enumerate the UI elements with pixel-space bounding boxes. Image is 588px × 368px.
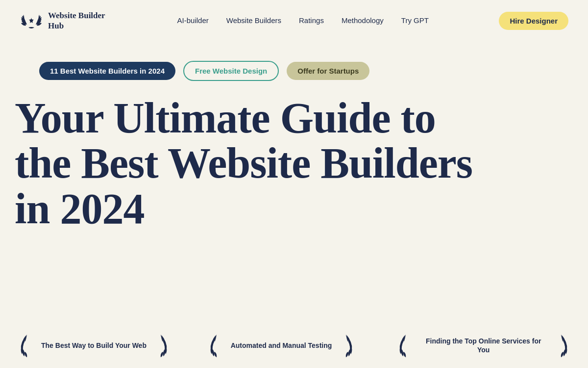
badges-row: The Best Way to Build Your Web Automated… — [0, 328, 588, 368]
nav-ratings[interactable]: Ratings — [299, 16, 324, 25]
hero-line3: in 2024 — [15, 186, 573, 232]
nav-try-gpt[interactable]: Try GPT — [401, 16, 429, 25]
badge-2-text: Automated and Manual Testing — [231, 341, 332, 350]
nav-ai-builder[interactable]: AI-builder — [177, 16, 209, 25]
laurel-right-3 — [552, 333, 570, 358]
logo-icon — [20, 9, 43, 32]
nav-links: AI-builder Website Builders Ratings Meth… — [177, 16, 429, 25]
hero-line1: Your Ultimate Guide to — [15, 96, 573, 141]
nav-website-builders[interactable]: Website Builders — [226, 16, 281, 25]
badge-3-text: Finding the Top Online Services for You — [420, 337, 547, 354]
pill-row: 11 Best Website Builders in 2024 Free We… — [0, 41, 588, 81]
laurel-left-1 — [18, 333, 36, 358]
badge-1-text: The Best Way to Build Your Web — [41, 341, 147, 350]
hero-line2: the Best Website Builders — [15, 141, 573, 186]
pill-startups[interactable]: Offer for Startups — [287, 62, 369, 80]
badge-3: Finding the Top Online Services for You — [389, 328, 578, 363]
hire-designer-button[interactable]: Hire Designer — [499, 12, 568, 30]
laurel-left-3 — [396, 333, 415, 358]
badge-2: Automated and Manual Testing — [199, 328, 389, 363]
laurel-right-1 — [151, 333, 170, 358]
hero-heading: Your Ultimate Guide to the Best Website … — [0, 81, 588, 232]
laurel-left-2 — [207, 333, 226, 358]
nav-methodology[interactable]: Methodology — [342, 16, 384, 25]
badge-1: The Best Way to Build Your Web — [10, 328, 199, 363]
logo-text: Website Builder Hub — [48, 10, 107, 31]
logo[interactable]: Website Builder Hub — [20, 9, 107, 32]
laurel-right-2 — [337, 333, 355, 358]
pill-free-design[interactable]: Free Website Design — [183, 61, 279, 81]
pill-best-builders[interactable]: 11 Best Website Builders in 2024 — [39, 62, 175, 80]
navbar: Website Builder Hub AI-builder Website B… — [0, 0, 588, 41]
